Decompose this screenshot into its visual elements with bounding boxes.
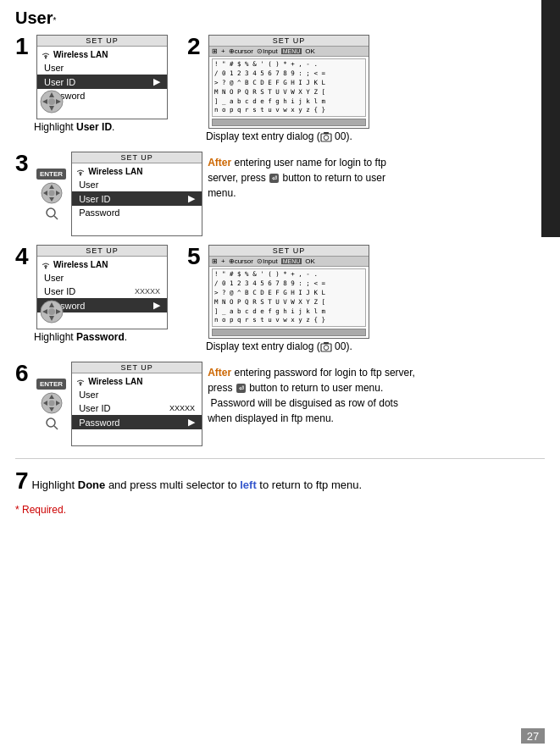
step4-desc: Highlight Password. bbox=[15, 331, 127, 343]
step3-inner: 3 ENTER bbox=[15, 152, 411, 236]
step6-userid-value: XXXXX bbox=[169, 404, 195, 412]
step5-screen: SET UP ⊞+⊕cursor ⊙Input MENU OK ! " # $ … bbox=[208, 245, 369, 339]
step5-number: 5 bbox=[187, 245, 206, 268]
page-title: User bbox=[15, 8, 53, 28]
dpad-icon-3 bbox=[41, 182, 63, 204]
camera-icon-5 bbox=[320, 341, 332, 353]
step2-title-bar: SET UP bbox=[209, 36, 369, 47]
step-row-1-2: 1 SET UP Wireless LAN bbox=[15, 35, 545, 143]
step4-screen: SET UP Wireless LAN bbox=[36, 245, 168, 329]
dpad-icon-6 bbox=[41, 392, 63, 414]
step3-content: ENTER bbox=[36, 152, 411, 236]
step7-text: Highlight Done and press multi selector … bbox=[32, 477, 362, 494]
step1-dpad bbox=[40, 90, 64, 116]
svg-rect-30 bbox=[324, 342, 329, 344]
title-super: * bbox=[53, 16, 56, 25]
step6-menu-password: Password ▶ bbox=[72, 415, 202, 429]
step2-block: 2 SET UP ⊞+⊕cursor ⊙Input MENU OK ! " # … bbox=[187, 35, 369, 143]
step4-dpad bbox=[40, 300, 64, 326]
step1-wireless: Wireless LAN bbox=[37, 48, 167, 61]
step6-content: ENTER bbox=[36, 362, 424, 446]
required-note: * Required. bbox=[15, 504, 545, 516]
step1-desc: Highlight User ID. bbox=[15, 121, 114, 133]
step3-camera: ENTER bbox=[36, 169, 66, 220]
camera-icon-2 bbox=[320, 131, 332, 143]
step4-title-bar: SET UP bbox=[37, 246, 167, 257]
step3-screen-group: ENTER bbox=[36, 152, 202, 236]
wireless-icon-3 bbox=[75, 168, 86, 176]
step1-screen: SET UP Wireless LAN bbox=[36, 35, 168, 119]
separator bbox=[15, 458, 545, 459]
enter-badge-6: ENTER bbox=[36, 379, 66, 390]
step4-desc-bold: Password bbox=[76, 331, 125, 343]
step-row-4-5: 4 SET UP Wireless LAN bbox=[15, 245, 545, 353]
step1-title-bar: SET UP bbox=[37, 36, 167, 47]
step2-number: 2 bbox=[187, 35, 206, 58]
enter-badge-3: ENTER bbox=[36, 169, 66, 180]
search-icon-6 bbox=[45, 417, 58, 430]
step3-wireless: Wireless LAN bbox=[72, 165, 202, 178]
step4-wireless-label: Wireless LAN bbox=[53, 260, 108, 269]
step4-userid-value: XXXXX bbox=[135, 287, 160, 296]
black-sidebar bbox=[541, 0, 560, 237]
wireless-icon bbox=[41, 51, 51, 59]
svg-point-21 bbox=[45, 267, 47, 268]
step2-desc: Display text entry dialog ( 00). bbox=[187, 130, 352, 143]
step2-menu-bar: ⊞+⊕cursor ⊙Input MENU OK bbox=[209, 47, 369, 57]
step5-menu-bar: ⊞+⊕cursor ⊙Input MENU OK bbox=[209, 257, 369, 267]
wireless-icon-4 bbox=[41, 261, 51, 269]
step7-bold: Done bbox=[78, 478, 106, 491]
step4-menu-userid: User ID XXXXX bbox=[37, 285, 167, 298]
step-row-6: 6 ENTER bbox=[15, 362, 545, 446]
enter-icon-6: ⏎ bbox=[236, 383, 247, 394]
step1-menu-userid: User ID ▶ bbox=[37, 75, 167, 89]
svg-point-37 bbox=[47, 418, 55, 427]
svg-point-18 bbox=[80, 174, 81, 175]
step4-number: 4 bbox=[15, 245, 34, 268]
step6-number: 6 bbox=[15, 362, 34, 385]
step6-menu-user: User bbox=[72, 388, 202, 401]
step2-chars: ! " # $ % & ' ( ) * + , - . / 0 1 2 3 4 … bbox=[209, 57, 369, 128]
step6-camera: ENTER bbox=[36, 379, 66, 430]
step3-title-bar: SET UP bbox=[72, 152, 202, 163]
svg-point-27 bbox=[48, 308, 55, 315]
step5-title-bar: SET UP bbox=[209, 246, 369, 257]
step3-menu-user: User bbox=[72, 178, 202, 191]
svg-point-6 bbox=[48, 98, 55, 105]
step6-title-bar: SET UP bbox=[72, 362, 202, 373]
step2-input-bar bbox=[212, 119, 366, 126]
step1-menu-user: User bbox=[37, 61, 167, 75]
step3-desc: After entering user name for login to ft… bbox=[208, 152, 411, 201]
step-row-3: 3 ENTER bbox=[15, 152, 545, 236]
step3-wireless-label: Wireless LAN bbox=[88, 167, 142, 176]
svg-point-16 bbox=[47, 208, 55, 217]
step6-desc: After entering password for login to ftp… bbox=[208, 362, 424, 426]
step6-wireless: Wireless LAN bbox=[72, 375, 202, 388]
dpad-icon bbox=[40, 90, 64, 113]
wireless-icon-6 bbox=[75, 378, 86, 386]
step7-row: 7 Highlight Done and press multi selecto… bbox=[15, 469, 545, 494]
step3-menu-userid: User ID ▶ bbox=[72, 191, 202, 206]
step3-screen: SET UP Wireless LAN bbox=[71, 152, 202, 236]
step5-block: 5 SET UP ⊞+⊕cursor ⊙Input MENU OK ! " # … bbox=[187, 245, 369, 353]
step6-wireless-label: Wireless LAN bbox=[88, 377, 142, 386]
step5-char-grid: ! " # $ % & ' ( ) * + , - . / 0 1 2 3 4 … bbox=[212, 268, 366, 327]
step6-content-inner: Wireless LAN User User ID XXXXX Password… bbox=[72, 373, 202, 445]
step1-number: 1 bbox=[15, 35, 34, 58]
enter-icon-3: ⏎ bbox=[269, 173, 280, 184]
title-row: User* bbox=[15, 8, 545, 28]
step4-wireless: Wireless LAN bbox=[37, 258, 167, 271]
step5-desc: Display text entry dialog ( 00). bbox=[187, 340, 352, 353]
step6-screen: SET UP Wireless LAN bbox=[71, 362, 202, 446]
step2-char-grid: ! " # $ % & ' ( ) * + , - . / 0 1 2 3 4 … bbox=[212, 58, 366, 117]
svg-point-36 bbox=[48, 400, 54, 406]
svg-line-38 bbox=[54, 426, 58, 429]
page-number: 27 bbox=[521, 728, 545, 744]
step4-block: 4 SET UP Wireless LAN bbox=[15, 245, 180, 343]
step6-screen-group: ENTER bbox=[36, 362, 202, 446]
step3-menu-password: Password bbox=[72, 206, 202, 219]
step6-inner: 6 ENTER bbox=[15, 362, 424, 446]
step2-screen: SET UP ⊞+⊕cursor ⊙Input MENU OK ! " # $ … bbox=[208, 35, 369, 129]
svg-point-29 bbox=[324, 346, 329, 351]
step1-wireless-label: Wireless LAN bbox=[53, 50, 108, 59]
